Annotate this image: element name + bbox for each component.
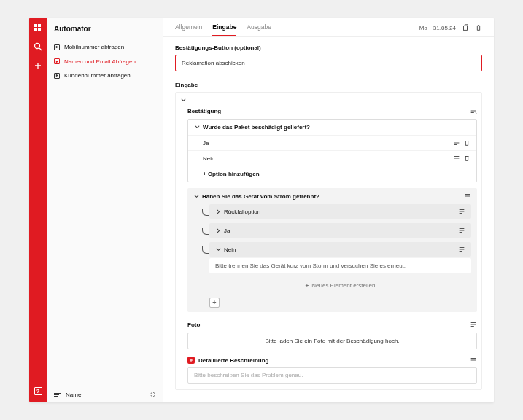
connector-line bbox=[204, 207, 204, 283]
chevron-right-icon bbox=[215, 228, 221, 233]
connector-curve bbox=[202, 228, 209, 235]
edit-icon[interactable] bbox=[458, 246, 465, 253]
question-box: Wurde das Paket beschädigt geliefert? Ja… bbox=[187, 119, 477, 182]
help-icon[interactable]: ? bbox=[34, 387, 42, 395]
play-icon bbox=[54, 58, 60, 64]
confirm-button-label: Bestätigungs-Button (optional) bbox=[175, 44, 482, 51]
confirm-button-value: Reklamation abschicken bbox=[182, 60, 245, 66]
edit-icon[interactable] bbox=[464, 192, 471, 200]
tabs: Allgemein Eingabe Ausgabe bbox=[175, 23, 271, 36]
sidebar-item-label: Namen und Email Abfragen bbox=[64, 58, 136, 66]
tab-allgemein[interactable]: Allgemein bbox=[175, 23, 202, 36]
svg-point-0 bbox=[35, 44, 40, 49]
sort-control[interactable]: Name bbox=[47, 386, 163, 402]
option-label: Ja bbox=[203, 140, 209, 147]
strom-nested: Rückfalloption Ja bbox=[202, 204, 471, 293]
nein-label: Nein bbox=[224, 246, 236, 253]
bestaetigung-title: Bestätigung bbox=[187, 108, 221, 114]
edit-icon[interactable] bbox=[453, 155, 460, 162]
sidebar-item-namen-email[interactable]: Namen und Email Abfragen bbox=[47, 55, 163, 69]
foto-block: Foto Bitte laden Sie ein Foto mit der Be… bbox=[187, 319, 477, 349]
nav-rail: ? bbox=[29, 18, 47, 402]
chevron-down-icon bbox=[180, 97, 186, 103]
strom-question: Haben Sie das Gerät vom Strom getrennt? bbox=[202, 193, 319, 200]
option-nein[interactable]: Nein bbox=[188, 150, 476, 166]
play-icon bbox=[54, 73, 60, 79]
edit-icon[interactable] bbox=[470, 321, 477, 328]
search-icon[interactable] bbox=[34, 42, 42, 51]
detail-title: Detaillierte Beschreibung bbox=[198, 357, 268, 364]
edit-icon[interactable] bbox=[458, 227, 465, 234]
tab-eingabe[interactable]: Eingabe bbox=[212, 23, 236, 36]
tab-ausgabe[interactable]: Ausgabe bbox=[247, 23, 271, 36]
delete-icon[interactable] bbox=[463, 139, 470, 147]
ja-item[interactable]: Ja bbox=[209, 223, 471, 238]
tree-root-toggle[interactable] bbox=[180, 97, 477, 103]
foto-title: Foto bbox=[187, 322, 200, 328]
option-ja[interactable]: Ja bbox=[188, 135, 476, 150]
foto-header[interactable]: Foto bbox=[187, 319, 477, 330]
delete-icon[interactable] bbox=[463, 155, 470, 162]
confirm-button-field[interactable]: Reklamation abschicken bbox=[175, 55, 482, 71]
sidebar: Automator Mobilnummer abfragen Namen und… bbox=[47, 18, 163, 402]
connector-curve bbox=[202, 209, 209, 216]
add-icon[interactable] bbox=[34, 61, 42, 70]
sidebar-item-mobilnummer[interactable]: Mobilnummer abfragen bbox=[47, 40, 163, 55]
top-bar: Allgemein Eingabe Ausgabe Ma 31.05.24 bbox=[163, 18, 494, 37]
bestaetigung-block: Bestätigung Wurde das Paket beschädigt g… bbox=[187, 106, 477, 312]
sort-label: Name bbox=[66, 392, 81, 398]
chevron-down-icon bbox=[194, 125, 200, 131]
detail-block: Detaillierte Beschreibung Bitte beschrei… bbox=[187, 357, 477, 384]
plus-icon: + bbox=[306, 282, 309, 289]
edit-icon[interactable] bbox=[470, 357, 477, 364]
fallback-label: Rückfalloption bbox=[224, 209, 260, 215]
sidebar-title: Automator bbox=[47, 18, 163, 39]
chevron-right-icon bbox=[215, 209, 221, 214]
new-element-button[interactable]: + Neues Element erstellen bbox=[209, 278, 471, 293]
detail-textarea[interactable]: Bitte beschreiben Sie das Problem genau. bbox=[187, 367, 477, 384]
date-value: 31.05.24 bbox=[433, 25, 456, 31]
question-text: Wurde das Paket beschädigt geliefert? bbox=[203, 124, 310, 131]
input-tree: Bestätigung Wurde das Paket beschädigt g… bbox=[175, 92, 482, 390]
sidebar-item-label: Mobilnummer abfragen bbox=[64, 44, 124, 51]
new-element-label: Neues Element erstellen bbox=[311, 282, 375, 289]
strom-header[interactable]: Haben Sie das Gerät vom Strom getrennt? bbox=[193, 192, 471, 200]
add-option-button[interactable]: + Option hinzufügen bbox=[188, 166, 476, 182]
sidebar-item-label: Kundennummer abfragen bbox=[64, 72, 131, 79]
fallback-item[interactable]: Rückfalloption bbox=[209, 204, 471, 219]
ja-label: Ja bbox=[224, 228, 230, 234]
sidebar-item-kundennummer[interactable]: Kundennummer abfragen bbox=[47, 69, 163, 83]
chevron-down-icon bbox=[193, 193, 199, 199]
svg-rect-4 bbox=[464, 26, 468, 31]
content-scroll: Bestätigungs-Button (optional) Reklamati… bbox=[163, 37, 494, 402]
main-panel: Allgemein Eingabe Ausgabe Ma 31.05.24 Be… bbox=[163, 18, 494, 402]
detail-header[interactable]: Detaillierte Beschreibung bbox=[187, 357, 477, 364]
question-header[interactable]: Wurde das Paket beschädigt geliefert? bbox=[188, 120, 476, 135]
delete-icon[interactable] bbox=[475, 24, 482, 31]
sidebar-list: Mobilnummer abfragen Namen und Email Abf… bbox=[47, 39, 163, 83]
app-window: ? Automator Mobilnummer abfragen Namen u… bbox=[29, 18, 494, 402]
play-icon bbox=[54, 44, 60, 50]
nein-item[interactable]: Nein bbox=[209, 242, 471, 257]
input-section-label: Eingabe bbox=[175, 82, 482, 88]
strom-block: Haben Sie das Gerät vom Strom getrennt? … bbox=[187, 188, 477, 312]
apps-icon[interactable] bbox=[34, 23, 42, 32]
sort-icon bbox=[54, 393, 61, 397]
sort-stepper-icon bbox=[150, 391, 155, 398]
chevron-down-icon bbox=[215, 246, 221, 252]
connector-curve bbox=[202, 246, 209, 254]
date-prefix: Ma bbox=[419, 25, 427, 31]
top-meta: Ma 31.05.24 bbox=[419, 24, 482, 36]
copy-icon[interactable] bbox=[462, 24, 469, 31]
edit-icon[interactable] bbox=[453, 139, 460, 147]
add-branch-button[interactable]: + bbox=[209, 298, 220, 308]
foto-upload-box[interactable]: Bitte laden Sie ein Foto mit der Beschäd… bbox=[187, 332, 477, 349]
edit-icon[interactable] bbox=[458, 208, 465, 215]
option-label: Nein bbox=[203, 155, 214, 162]
edit-icon[interactable] bbox=[470, 107, 477, 114]
required-badge-icon bbox=[187, 357, 195, 364]
nein-body: Bitte trennen Sie das Gerät kurz vom Sto… bbox=[209, 258, 471, 273]
svg-line-1 bbox=[39, 48, 42, 50]
bestaetigung-header[interactable]: Bestätigung bbox=[187, 106, 477, 116]
